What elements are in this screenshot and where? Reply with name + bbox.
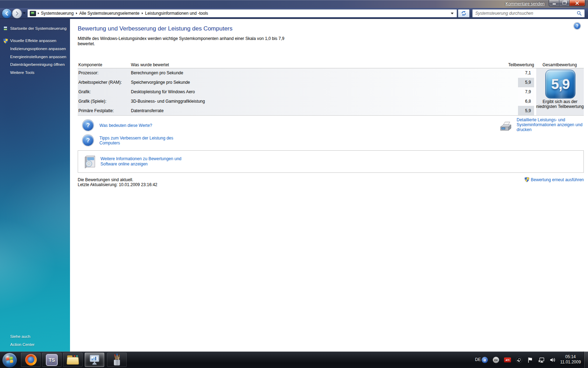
component-label: Arbeitsspeicher (RAM): [78, 80, 131, 85]
search-input[interactable]: Systemsteuerung durchsuchen [472, 9, 585, 18]
clock-time: 05:14 [559, 354, 582, 360]
breadcrumb-alle-elemente[interactable]: Alle Systemsteuerungselemente [77, 11, 142, 16]
breadcrumb-systemsteuerung[interactable]: Systemsteuerung [39, 11, 76, 16]
back-arrow-icon [5, 11, 9, 16]
base-score-column: 5,9 Ergibt sich aus der niedrigsten Teil… [536, 68, 584, 115]
back-button[interactable] [2, 8, 12, 19]
taskbar-teamspeak-button[interactable]: TS [42, 353, 62, 367]
online-info-link[interactable]: Weitere Informationen zu Bewertungen und… [100, 156, 191, 167]
action-center-flag-icon[interactable] [527, 357, 533, 363]
navigation-toolbar: Systemsteuerung Alle Systemsteuerungsele… [0, 8, 588, 19]
network-tray-icon[interactable] [538, 357, 545, 363]
forward-arrow-icon [15, 11, 19, 16]
minimize-button[interactable] [549, 0, 559, 6]
search-placeholder: Systemsteuerung durchsuchen [475, 11, 577, 16]
software-box-icon [83, 154, 98, 170]
uac-shield-icon [524, 177, 530, 182]
control-panel-home-icon [3, 26, 4, 31]
subscore-value-lowest: 5,9 [518, 78, 534, 87]
rated-label: Berechnungen pro Sekunde [131, 70, 183, 75]
brush-cup-icon [112, 354, 122, 366]
help-icon[interactable] [574, 23, 580, 29]
subscore-value: 6,8 [518, 96, 534, 106]
language-indicator[interactable]: DE [475, 357, 481, 362]
forward-button[interactable] [12, 8, 22, 19]
folder-icon [67, 355, 79, 364]
screen: Kommentare senden Systemsteuerung Alle S… [0, 0, 588, 368]
send-feedback-link[interactable]: Kommentare senden [506, 1, 545, 6]
avira-tray-icon[interactable]: a [482, 357, 488, 363]
printer-icon [499, 121, 513, 134]
recent-pages-dropdown[interactable] [23, 12, 26, 14]
sidebar-item-visuelle-effekte[interactable]: Visuelle Effekte anpassen [10, 39, 56, 43]
subscore-value-lowest: 5,9 [518, 106, 534, 115]
sidebar-item-indizierungsoptionen[interactable]: Indizierungsoptionen anpassen [10, 47, 66, 51]
rated-label: Speichervorgänge pro Sekunde [131, 80, 190, 85]
rated-label: 3D-Business- und Gaminggrafikleistung [131, 99, 205, 104]
sidebar-item-datentraegerbereinigung[interactable]: Datenträgerbereinigung öffnen [10, 62, 65, 67]
intro-text: Mithilfe des Windows-Leistungsindex werd… [78, 36, 298, 47]
ratings-status-text: Die Bewertungen sind aktuell. [78, 177, 133, 182]
table-row: Primäre Festplatte: Datentransferrate [78, 106, 518, 115]
sidebar-item-weitere-tools[interactable]: Weitere Tools [10, 70, 34, 75]
close-icon [575, 1, 579, 5]
rerun-assessment-link[interactable]: Bewertung erneut ausführen [531, 177, 584, 182]
help-question-icon [83, 135, 93, 146]
window-titlebar: Kommentare senden [0, 0, 588, 8]
component-label: Grafik (Spiele): [78, 99, 131, 104]
steam-tray-icon[interactable] [516, 357, 522, 363]
start-button[interactable] [2, 353, 17, 368]
minimize-icon [553, 4, 556, 5]
subscore-value: 7,9 [518, 87, 534, 97]
performance-monitor-icon [89, 354, 100, 366]
wei-score-table: Prozessor: Berechnungen pro Sekunde Arbe… [78, 68, 584, 116]
see-also-header: Siehe auch [10, 334, 30, 339]
base-score-caption: Ergibt sich aus der niedrigsten Teilbewe… [536, 99, 584, 109]
breadcrumb-leistungsinformationen[interactable]: Leistungsinformationen und -tools [143, 11, 210, 16]
sidebar-item-startseite[interactable]: Startseite der Systemsteuerung [10, 26, 66, 30]
taskbar-clock[interactable]: 05:14 11.01.2009 [559, 354, 582, 365]
component-label: Primäre Festplatte: [78, 108, 131, 113]
subscore-value: 7,1 [518, 68, 534, 78]
volume-tray-icon[interactable] [550, 357, 556, 363]
table-row: Grafik: Desktopleistung für Windows Aero [78, 87, 518, 97]
base-score-value: 5,9 [551, 76, 570, 92]
sidebar-item-action-center[interactable]: Action Center [10, 342, 35, 347]
performance-tips-link[interactable]: Tipps zum Verbessern der Leistung des Co… [99, 136, 183, 145]
what-values-mean-link[interactable]: Was bedeuten diese Werte? [99, 123, 152, 128]
rated-label: Desktopleistung für Windows Aero [131, 89, 195, 94]
restore-icon [562, 1, 566, 5]
header-komponente: Komponente [78, 62, 102, 67]
close-button[interactable] [569, 0, 585, 6]
table-header-row: Komponente Was wurde bewertet Teilbewert… [78, 62, 584, 68]
restore-button[interactable] [559, 0, 569, 6]
taskbar-paint-tool-button[interactable] [107, 353, 127, 367]
table-row: Arbeitsspeicher (RAM): Speichervorgänge … [78, 78, 518, 87]
ati-tray-icon[interactable]: ATI [504, 357, 511, 362]
header-teilbewertung: Teilbewertung [484, 62, 534, 67]
taskbar-explorer-button[interactable] [63, 353, 83, 367]
component-label: Grafik: [78, 89, 131, 94]
main-content: Bewertung und Verbesserung der Leistung … [70, 19, 588, 352]
refresh-button[interactable] [458, 9, 470, 18]
help-question-icon [83, 120, 93, 131]
taskbar-performance-tools-button-active[interactable] [85, 353, 104, 367]
taskbar-divider [105, 354, 106, 366]
online-info-box: Weitere Informationen zu Bewertungen und… [78, 150, 584, 173]
sidebar-item-energieeinstellungen[interactable]: Energieeinstellungen anpassen [10, 55, 66, 59]
header-was-bewertet: Was wurde bewertet [131, 62, 169, 67]
page-title: Bewertung und Verbesserung der Leistung … [78, 25, 232, 32]
show-desktop-button[interactable] [584, 352, 588, 368]
address-bar[interactable]: Systemsteuerung Alle Systemsteuerungsele… [27, 9, 457, 18]
system-tray: a EA ATI [482, 357, 556, 363]
firefox-icon [25, 354, 37, 366]
address-dropdown-icon[interactable] [451, 13, 454, 14]
taskbar: TS DE [0, 352, 588, 368]
header-gesamtbewertung: Gesamtbewertung [542, 62, 577, 67]
detailed-info-link[interactable]: Detaillierte Leistungs- und Systeminform… [517, 117, 588, 132]
taskbar-firefox-button[interactable] [21, 353, 41, 367]
control-panel-icon [30, 11, 36, 16]
component-label: Prozessor: [78, 70, 131, 75]
window-controls [549, 0, 585, 6]
ea-tray-icon[interactable]: EA [493, 357, 499, 363]
